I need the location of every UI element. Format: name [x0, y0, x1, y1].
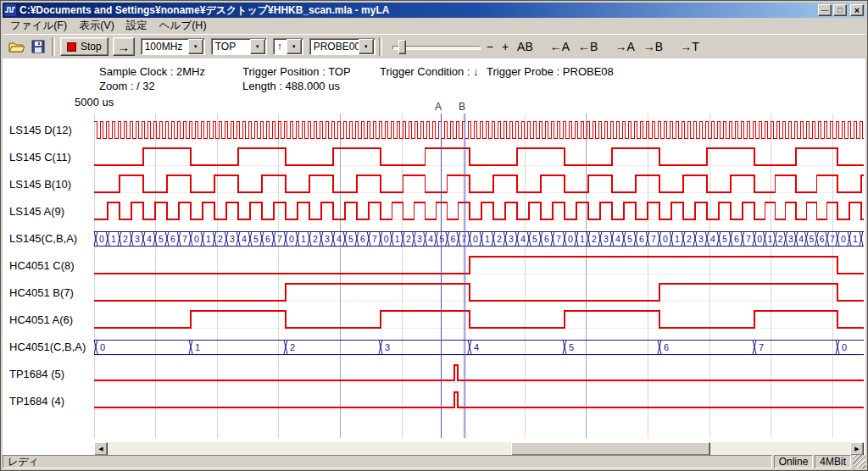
seek-trigger-button[interactable]: →T	[676, 38, 704, 55]
trace-ls145-c-11	[94, 148, 864, 165]
trace-ls145-b-10	[94, 175, 864, 192]
menubar: ファイル(F) 表示(V) 設定 ヘルプ(H)	[3, 18, 865, 34]
toolbar: Stop → 100MHz ▼ TOP ▼ ↑ ▼ PROBE00 ▼ − + …	[3, 34, 865, 58]
scroll-right-button[interactable]: ▶	[850, 442, 864, 455]
trigger-probe-value: PROBE00	[310, 41, 359, 53]
bus-value: 1	[580, 234, 585, 244]
bus-value: 6	[734, 234, 739, 244]
save-button[interactable]	[27, 36, 48, 57]
chevron-down-icon[interactable]: ▼	[359, 39, 374, 54]
bus-transition	[379, 340, 382, 354]
seek-left-b-button[interactable]: ←B	[574, 38, 602, 55]
bus-value: 3	[135, 234, 140, 244]
seek-left-a-button[interactable]: ←A	[546, 38, 574, 55]
bus-transition	[435, 231, 438, 246]
bus-transition	[424, 231, 427, 246]
seek-right-a-button[interactable]: →A	[610, 38, 638, 55]
bus-transition	[815, 231, 819, 246]
bus-value: 5	[569, 342, 574, 352]
zoom-slider[interactable]	[391, 37, 482, 56]
toolbar-separator	[52, 37, 55, 56]
bus-value: 2	[592, 234, 597, 244]
bus-transition	[248, 231, 252, 246]
bus-transition	[717, 231, 721, 246]
bus-value: 3	[417, 234, 422, 244]
trace-ls145-d-12	[94, 121, 864, 138]
zoom-slider-thumb[interactable]	[398, 40, 406, 54]
window-title: C:¥Documents and Settings¥noname¥デスクトップ¥…	[19, 3, 818, 18]
run-button[interactable]: →	[113, 37, 135, 56]
bus-value: 0	[194, 234, 199, 244]
bus-transition	[165, 231, 169, 246]
waveform-plot[interactable]: 0123456701234567012345670123456701234567…	[3, 58, 865, 455]
sample-rate-combo[interactable]: 100MHz ▼	[141, 38, 205, 55]
bus-transition	[658, 340, 661, 354]
bus-transition	[446, 231, 449, 246]
trace-tp1684-5	[94, 365, 864, 380]
bus-value: 0	[384, 234, 389, 244]
seek-right-b-button[interactable]: →B	[639, 38, 667, 55]
bus-value: 4	[428, 234, 433, 244]
bus-transition	[94, 231, 97, 246]
bus-transition	[622, 231, 626, 246]
bus-value: 4	[520, 234, 526, 244]
resize-grip[interactable]	[853, 455, 865, 468]
bus-transition	[551, 231, 554, 246]
trigger-position-combo[interactable]: TOP ▼	[211, 38, 267, 55]
bus-value: 2	[290, 342, 295, 352]
bus-transition	[177, 231, 181, 246]
chevron-down-icon[interactable]: ▼	[250, 39, 265, 54]
cursor-ab-button[interactable]: AB	[513, 38, 537, 55]
bus-value: 6	[360, 234, 365, 244]
menu-settings[interactable]: 設定	[120, 17, 153, 35]
bus-transition	[563, 340, 566, 354]
maximize-button[interactable]: □	[833, 4, 847, 16]
stop-icon	[67, 42, 76, 52]
chevron-down-icon[interactable]: ▼	[188, 39, 203, 54]
bus-transition	[412, 231, 415, 246]
close-button[interactable]: ×	[850, 4, 864, 16]
bus-transition	[763, 231, 766, 246]
trigger-probe-combo[interactable]: PROBE00 ▼	[309, 38, 376, 55]
bus-transition	[236, 231, 240, 246]
bus-transition	[784, 231, 787, 246]
bus-transition	[753, 231, 756, 246]
menu-file[interactable]: ファイル(F)	[4, 17, 73, 35]
sample-rate-value: 100MHz	[142, 41, 188, 53]
bus-value: 0	[99, 234, 104, 244]
trace-hc4051-c-8	[94, 257, 864, 274]
bus-transition	[367, 231, 370, 246]
bus-transition	[355, 231, 359, 246]
bus-transition	[587, 231, 590, 246]
horizontal-scrollbar[interactable]: ◀ ▶	[94, 442, 864, 455]
scroll-left-button[interactable]: ◀	[94, 442, 108, 455]
bus-transition	[457, 231, 460, 246]
bus-transition	[189, 231, 192, 246]
trigger-edge-combo[interactable]: ↑ ▼	[273, 38, 303, 55]
zoom-out-button[interactable]: −	[482, 38, 498, 55]
bus-value: 1	[206, 234, 211, 244]
bus-value: 0	[757, 234, 762, 244]
bus-value: 3	[385, 342, 390, 352]
chevron-down-icon[interactable]: ▼	[287, 39, 302, 54]
channel-label-ls145-a-9: LS145 A(9)	[9, 205, 64, 218]
bus-value: 3	[698, 234, 704, 244]
bus-value: 6	[265, 234, 270, 244]
bus-transition	[794, 231, 798, 246]
bus-transition	[741, 231, 744, 246]
bus-transition	[343, 231, 347, 246]
bus-value: 7	[556, 234, 561, 244]
channel-label-hc4051-b-7: HC4051 B(7)	[9, 286, 74, 299]
bus-value: 5	[439, 234, 444, 244]
menu-help[interactable]: ヘルプ(H)	[153, 17, 213, 35]
trace-tp1684-4	[94, 392, 864, 407]
open-button[interactable]	[6, 36, 27, 57]
zoom-in-button[interactable]: +	[498, 38, 513, 55]
bus-value: 3	[788, 234, 793, 244]
bus-value: 5	[532, 234, 537, 244]
stop-button[interactable]: Stop	[60, 37, 108, 56]
menu-view[interactable]: 表示(V)	[73, 17, 120, 35]
scrollbar-thumb[interactable]	[511, 442, 710, 455]
minimize-button[interactable]: —	[818, 4, 832, 16]
bus-transition	[729, 231, 732, 246]
